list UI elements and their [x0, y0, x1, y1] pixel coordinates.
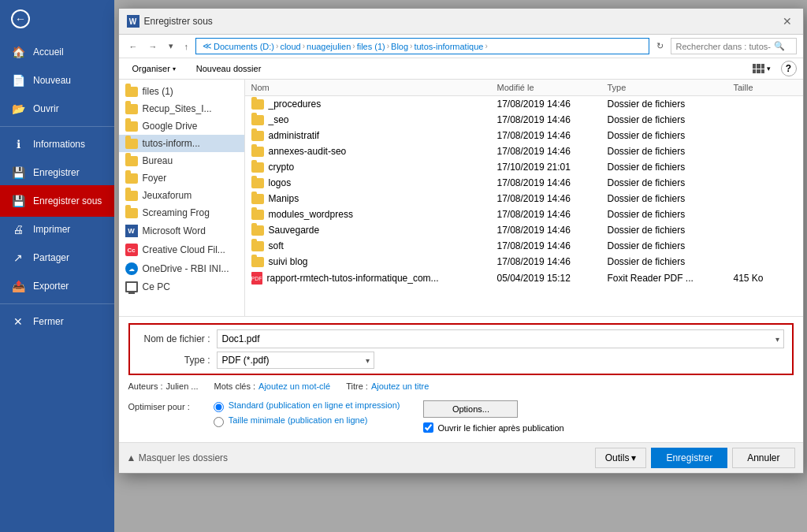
new-icon: 📄 — [11, 73, 25, 87]
onedrive-icon: ☁ — [125, 262, 138, 275]
table-row[interactable]: _procedures 17/08/2019 14:46 Dossier de … — [245, 96, 803, 112]
table-row[interactable]: _seo 17/08/2019 14:46 Dossier de fichier… — [245, 112, 803, 128]
tools-button[interactable]: Outils ▾ — [595, 448, 647, 468]
file-name-cell: _seo — [251, 114, 497, 125]
table-row[interactable]: crypto 17/10/2019 21:01 Dossier de fichi… — [245, 159, 803, 175]
nav-item-bureau[interactable]: Bureau — [119, 152, 244, 169]
file-name-cell: PDF rapport-rmtech-tutos-informatique_co… — [251, 272, 497, 285]
sidebar-item-exporter[interactable]: 📤 Exporter — [0, 272, 114, 300]
view-button[interactable]: ▾ — [749, 61, 775, 76]
file-list-pane: Nom Modifié le Type Taille _procedures 1… — [245, 80, 803, 316]
search-box[interactable]: 🔍 — [671, 38, 797, 54]
folder-icon — [125, 104, 138, 114]
sidebar-item-imprimer[interactable]: 🖨 Imprimer — [0, 215, 114, 244]
nav-item-foyer[interactable]: Foyer — [119, 169, 244, 187]
save-dialog: W Enregistrer sous ✕ ← → ▾ ↑ ≪ Documents… — [118, 8, 804, 474]
file-name-cell: soft — [251, 240, 497, 251]
refresh-button[interactable]: ↻ — [653, 39, 668, 53]
sidebar-item-enregistrer-sous[interactable]: 💾 Enregistrer sous — [0, 187, 114, 215]
nav-item-tutos[interactable]: tutos-inform... — [119, 135, 244, 152]
table-row[interactable]: PDF rapport-rmtech-tutos-informatique_co… — [245, 270, 803, 287]
radio-group: Standard (publication en ligne et impres… — [214, 400, 400, 427]
file-name-cell: annexes-audit-seo — [251, 146, 497, 157]
organiser-button[interactable]: Organiser ▾ — [125, 61, 183, 76]
back-button[interactable]: ← — [0, 0, 114, 38]
type-select[interactable]: PDF (*.pdf) — [217, 352, 374, 369]
filename-input[interactable] — [217, 329, 784, 348]
back-nav-button[interactable]: ← — [125, 40, 142, 53]
dialog-close-button[interactable]: ✕ — [779, 13, 795, 29]
mots-cles-field: Mots clés : Ajoutez un mot-clé — [214, 381, 331, 391]
folder-icon — [251, 225, 264, 236]
open-icon: 📂 — [11, 102, 25, 116]
meta-row: Auteurs : Julien ... Mots clés : Ajoutez… — [128, 378, 794, 394]
nav-item-creativecloud[interactable]: Cc Creative Cloud Fil... — [119, 240, 244, 259]
filename-row: Nom de fichier : — [138, 329, 784, 348]
table-row[interactable]: soft 17/08/2019 14:46 Dossier de fichier… — [245, 238, 803, 254]
nav-item-jeuxaforum[interactable]: Jeuxaforum — [119, 187, 244, 204]
open-file-checkbox-input[interactable] — [423, 422, 433, 433]
nav-item-files1[interactable]: files (1) — [119, 83, 244, 100]
table-row[interactable]: administratif 17/08/2019 14:46 Dossier d… — [245, 128, 803, 143]
file-name-cell: suivi blog — [251, 256, 497, 267]
type-select-wrapper[interactable]: PDF (*.pdf) — [217, 352, 374, 369]
pdf-icon: PDF — [251, 272, 262, 285]
action-bar: ▲ Masquer les dossiers Outils ▾ Enregist… — [119, 442, 803, 473]
folder-icon — [125, 173, 138, 184]
file-name-cell: Manips — [251, 193, 497, 204]
sidebar-item-partager[interactable]: ↗ Partager — [0, 244, 114, 272]
folder-icon — [125, 191, 138, 201]
dialog-footer: Nom de fichier : Type : PDF (*.pdf) — [119, 316, 803, 442]
options-button[interactable]: Options... — [423, 400, 518, 418]
breadcrumb[interactable]: ≪ Documents (D:) › cloud › nuagejulien ›… — [195, 38, 649, 54]
nav-item-screamingfrog[interactable]: Screaming Frog — [119, 204, 244, 221]
radio-standard[interactable]: Standard (publication en ligne et impres… — [214, 400, 400, 412]
auteurs-field: Auteurs : Julien ... — [128, 381, 199, 391]
sidebar-item-informations[interactable]: ℹ Informations — [0, 130, 114, 158]
nav-item-onedrive[interactable]: ☁ OneDrive - RBI INI... — [119, 259, 244, 278]
help-button[interactable]: ? — [781, 61, 797, 76]
share-icon: ↗ — [11, 251, 25, 265]
recent-nav-button[interactable]: ▾ — [165, 39, 177, 53]
forward-nav-button[interactable]: → — [145, 40, 162, 53]
table-row[interactable]: Sauvegarde 17/08/2019 14:46 Dossier de f… — [245, 222, 803, 238]
table-row[interactable]: logos 17/08/2019 14:46 Dossier de fichie… — [245, 175, 803, 191]
sidebar-item-ouvrir[interactable]: 📂 Ouvrir — [0, 95, 114, 123]
nav-item-recup[interactable]: Recup_Sites_I... — [119, 100, 244, 117]
table-row[interactable]: suivi blog 17/08/2019 14:46 Dossier de f… — [245, 254, 803, 270]
search-icon: 🔍 — [774, 41, 785, 51]
tools-chevron-icon: ▾ — [631, 452, 636, 463]
up-nav-button[interactable]: ↑ — [180, 40, 193, 53]
close-icon: ✕ — [11, 314, 25, 329]
titre-input[interactable]: Ajoutez un titre — [371, 381, 429, 391]
radio-taille-input[interactable] — [214, 417, 224, 427]
cancel-button[interactable]: Annuler — [732, 448, 794, 468]
table-row[interactable]: modules_wordpress 17/08/2019 14:46 Dossi… — [245, 206, 803, 222]
table-row[interactable]: annexes-audit-seo 17/08/2019 14:46 Dossi… — [245, 143, 803, 159]
hide-folders-toggle[interactable]: ▲ Masquer les dossiers — [127, 452, 590, 463]
new-folder-button[interactable]: Nouveau dossier — [189, 61, 269, 76]
save-icon: 💾 — [11, 166, 25, 180]
folder-icon — [251, 257, 264, 267]
save-button[interactable]: Enregistrer — [651, 448, 727, 468]
nav-pane: files (1) Recup_Sites_I... Google Drive … — [119, 80, 245, 316]
type-row: Type : PDF (*.pdf) — [138, 352, 784, 369]
search-input[interactable] — [676, 42, 771, 51]
nav-item-msword[interactable]: W Microsoft Word — [119, 221, 244, 240]
nav-item-cepc[interactable]: Ce PC — [119, 278, 244, 296]
file-name-cell: Sauvegarde — [251, 225, 497, 236]
radio-taille[interactable]: Taille minimale (publication en ligne) — [214, 415, 400, 427]
sidebar-item-nouveau[interactable]: 📄 Nouveau — [0, 66, 114, 95]
folder-icon — [125, 208, 138, 218]
sidebar-item-fermer[interactable]: ✕ Fermer — [0, 307, 114, 336]
sidebar-item-enregistrer[interactable]: 💾 Enregistrer — [0, 158, 114, 187]
home-icon: 🏠 — [11, 45, 25, 59]
radio-standard-input[interactable] — [214, 402, 224, 412]
table-row[interactable]: Manips 17/08/2019 14:46 Dossier de fichi… — [245, 191, 803, 206]
nav-item-googledrive[interactable]: Google Drive — [119, 117, 244, 135]
open-file-checkbox[interactable]: Ouvrir le fichier après publication — [423, 422, 563, 433]
main-area: Enregistrer sous W Enregistrer sous ✕ ← … — [114, 0, 807, 532]
cc-icon: Cc — [125, 244, 138, 256]
mots-cles-input[interactable]: Ajoutez un mot-clé — [258, 381, 330, 391]
sidebar-item-accueil[interactable]: 🏠 Accueil — [0, 38, 114, 66]
